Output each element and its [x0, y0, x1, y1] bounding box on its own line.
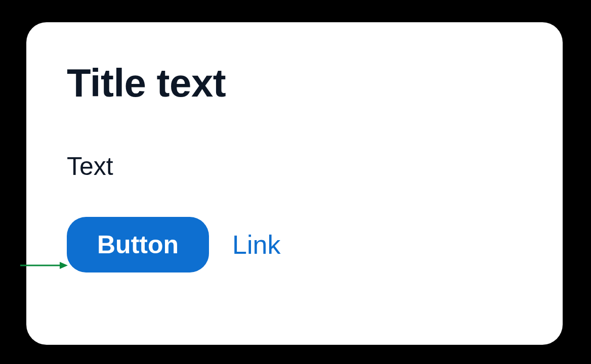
- card-actions: Button Link: [67, 217, 524, 272]
- link[interactable]: Link: [232, 232, 280, 258]
- card-body-text: Text: [67, 153, 524, 180]
- svg-marker-1: [60, 262, 68, 269]
- annotation-arrow-icon: [20, 260, 68, 270]
- primary-button[interactable]: Button: [67, 217, 209, 272]
- card-title: Title text: [67, 63, 524, 104]
- card: Title text Text Button Link: [26, 22, 563, 345]
